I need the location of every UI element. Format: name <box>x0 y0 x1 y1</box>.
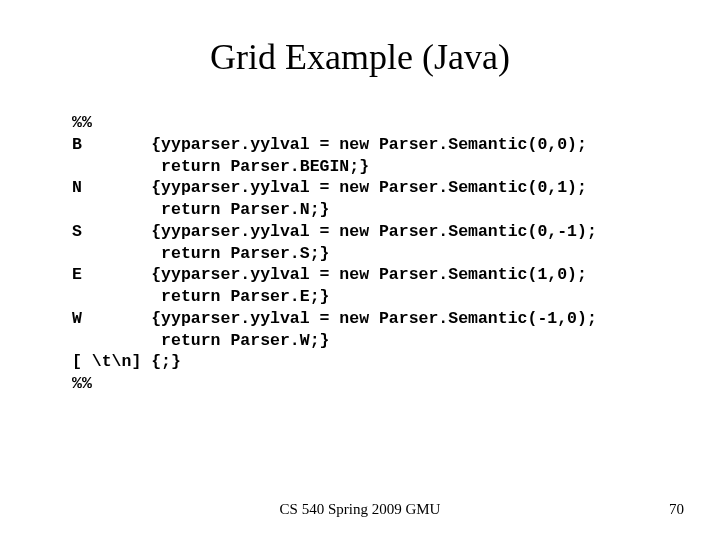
slide-title: Grid Example (Java) <box>0 36 720 78</box>
page-number: 70 <box>669 501 684 518</box>
footer-center: CS 540 Spring 2009 GMU <box>0 501 720 518</box>
code-block: %% B {yyparser.yylval = new Parser.Seman… <box>72 112 597 395</box>
slide: Grid Example (Java) %% B {yyparser.yylva… <box>0 0 720 540</box>
